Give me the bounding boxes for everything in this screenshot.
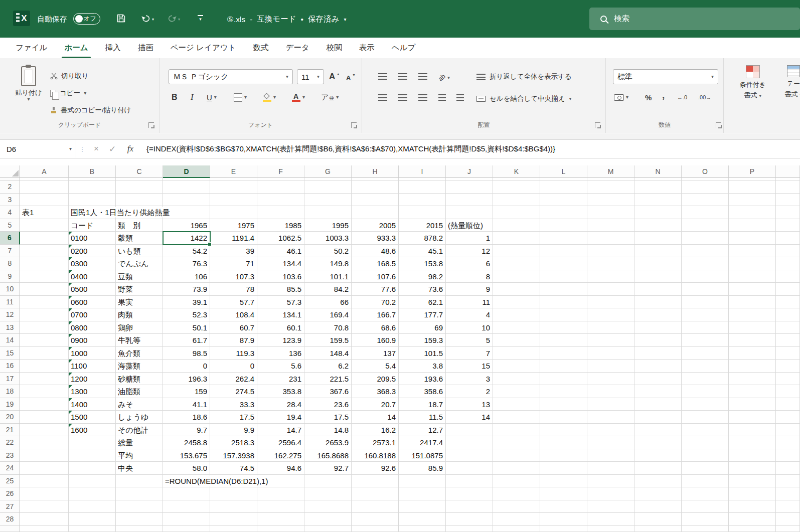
row-header-10[interactable]: 10 (0, 283, 20, 296)
cell-B11[interactable]: 0600 (69, 296, 116, 309)
cell-L16[interactable] (540, 360, 587, 373)
cell-D8[interactable]: 76.3 (163, 257, 210, 270)
cell-K25[interactable] (493, 475, 540, 488)
cell-M11[interactable] (587, 296, 634, 309)
cell-E14[interactable]: 87.9 (210, 334, 257, 347)
cell-J3[interactable] (446, 194, 493, 207)
cell-O9[interactable] (682, 270, 729, 283)
cell-H13[interactable]: 68.6 (352, 321, 399, 334)
cell-B12[interactable]: 0700 (69, 308, 116, 321)
cell-I27[interactable] (399, 500, 446, 513)
cell-O12[interactable] (682, 308, 729, 321)
cell-B17[interactable]: 1200 (69, 373, 116, 386)
cell-A4[interactable]: 表1 (20, 206, 69, 219)
font-name-select[interactable]: ＭＳ Ｐゴシック ▾ (169, 69, 293, 84)
cell-F15[interactable]: 136 (257, 347, 304, 360)
cell-M19[interactable] (587, 398, 634, 411)
cell-H17[interactable]: 209.5 (352, 373, 399, 386)
cell-G16[interactable]: 6.2 (304, 360, 352, 373)
cell-A24[interactable] (20, 462, 69, 475)
cell-I18[interactable]: 358.6 (399, 385, 446, 398)
cell-J9[interactable]: 8 (446, 270, 493, 283)
col-header-O[interactable]: O (682, 165, 729, 178)
cell-K12[interactable] (493, 308, 540, 321)
cell-H19[interactable]: 20.7 (352, 398, 399, 411)
cell-N27[interactable] (634, 500, 682, 513)
cell-B23[interactable] (69, 449, 116, 462)
merge-center-button[interactable]: セルを結合して中央揃え ▾ (476, 91, 571, 107)
cell-E10[interactable]: 78 (210, 283, 257, 296)
cell-L10[interactable] (540, 283, 587, 296)
cell-P4[interactable] (729, 206, 776, 219)
cell-partial-2[interactable] (776, 181, 800, 194)
cell-G5[interactable]: 1995 (304, 219, 352, 232)
col-header-L[interactable]: L (540, 165, 587, 178)
cell-H29[interactable] (352, 526, 399, 532)
cell-N2[interactable] (634, 181, 682, 194)
italic-button[interactable]: I (191, 90, 194, 104)
cell-P14[interactable] (729, 334, 776, 347)
cell-N25[interactable] (634, 475, 682, 488)
row-header-13[interactable]: 13 (0, 321, 20, 334)
cell-C2[interactable] (116, 181, 163, 194)
cell-M2[interactable] (587, 181, 634, 194)
cell-L17[interactable] (540, 373, 587, 386)
cell-N21[interactable] (634, 424, 682, 437)
cell-B2[interactable] (69, 181, 116, 194)
cell-B3[interactable] (69, 194, 116, 207)
cell-C28[interactable] (116, 513, 163, 526)
cell-J28[interactable] (446, 513, 493, 526)
cell-M25[interactable] (587, 475, 634, 488)
cell-partial-4[interactable] (776, 206, 800, 219)
cell-K18[interactable] (493, 385, 540, 398)
cell-H16[interactable]: 5.4 (352, 360, 399, 373)
cell-A9[interactable] (20, 270, 69, 283)
conditional-formatting-button[interactable]: 条件付き 書式 ▾ (730, 65, 776, 100)
cell-D11[interactable]: 39.1 (163, 296, 210, 309)
number-format-select[interactable]: 標準 ▾ (613, 69, 718, 84)
cell-C27[interactable] (116, 500, 163, 513)
cell-A10[interactable] (20, 283, 69, 296)
cell-partial-17[interactable] (776, 373, 800, 386)
decrease-decimal-button[interactable]: .00→ (698, 90, 711, 104)
cell-O23[interactable] (682, 449, 729, 462)
cell-J21[interactable] (446, 424, 493, 437)
cell-H23[interactable]: 160.8188 (352, 449, 399, 462)
font-color-button[interactable]: A ▾ (292, 90, 305, 104)
cell-B13[interactable]: 0800 (69, 321, 116, 334)
cell-P9[interactable] (729, 270, 776, 283)
cell-K11[interactable] (493, 296, 540, 309)
cell-D15[interactable]: 98.5 (163, 347, 210, 360)
cell-I5[interactable]: 2015 (399, 219, 446, 232)
cell-E20[interactable]: 17.5 (210, 411, 257, 424)
cell-K26[interactable] (493, 487, 540, 500)
row-header-4[interactable]: 4 (0, 206, 20, 219)
cell-P13[interactable] (729, 321, 776, 334)
col-header-N[interactable]: N (634, 165, 682, 178)
cell-M4[interactable] (587, 206, 634, 219)
cell-F26[interactable] (257, 487, 304, 500)
row-header-28[interactable]: 28 (0, 513, 20, 526)
cell-P21[interactable] (729, 424, 776, 437)
cell-L22[interactable] (540, 436, 587, 449)
cell-I25[interactable] (399, 475, 446, 488)
cell-B24[interactable] (69, 462, 116, 475)
cell-C6[interactable]: 穀類 (116, 232, 163, 245)
cell-G24[interactable]: 92.7 (304, 462, 352, 475)
cell-L27[interactable] (540, 500, 587, 513)
cell-P29[interactable] (729, 526, 776, 532)
cell-D19[interactable]: 41.1 (163, 398, 210, 411)
format-painter-button[interactable]: 書式のコピー/貼り付け (50, 103, 131, 117)
fill-color-button[interactable]: ▾ (263, 90, 276, 104)
cell-J19[interactable]: 13 (446, 398, 493, 411)
cell-partial-20[interactable] (776, 411, 800, 424)
cell-K17[interactable] (493, 373, 540, 386)
cell-I8[interactable]: 153.8 (399, 257, 446, 270)
cell-H8[interactable]: 168.5 (352, 257, 399, 270)
cell-A6[interactable] (20, 232, 69, 245)
cell-partial-11[interactable] (776, 296, 800, 309)
cell-J22[interactable] (446, 436, 493, 449)
cell-A13[interactable] (20, 321, 69, 334)
cell-C7[interactable]: いも類 (116, 245, 163, 258)
cell-J8[interactable]: 6 (446, 257, 493, 270)
